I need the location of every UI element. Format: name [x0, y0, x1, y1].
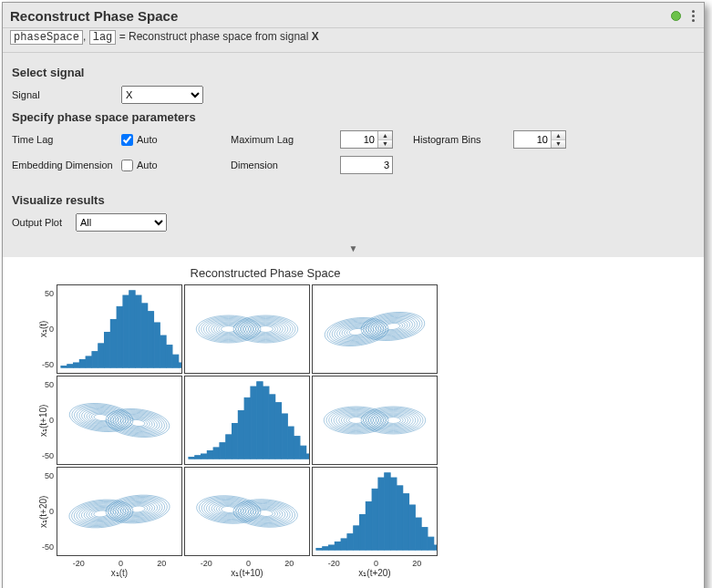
- svg-rect-8: [110, 319, 116, 367]
- svg-rect-94: [238, 410, 243, 459]
- hist-bins-input[interactable]: [514, 131, 551, 148]
- svg-point-38: [199, 316, 258, 342]
- svg-rect-14: [148, 312, 153, 368]
- svg-rect-1: [67, 365, 73, 368]
- parameters-form: Select signal Signal X Specify phase spa…: [3, 53, 704, 242]
- svg-rect-104: [300, 446, 305, 459]
- svg-rect-181: [372, 489, 377, 550]
- time-lag-auto-checkbox[interactable]: [121, 134, 133, 146]
- x-axis-label: -20020x₁(t): [56, 557, 183, 584]
- max-lag-input-wrap: ▲ ▼: [340, 130, 393, 149]
- collapse-toggle-icon[interactable]: ▼: [3, 242, 704, 257]
- max-lag-input[interactable]: [341, 131, 377, 148]
- svg-rect-5: [92, 352, 98, 368]
- label-auto-1: Auto: [137, 134, 158, 145]
- attractor-cell: 500-50: [57, 467, 182, 556]
- x-axis-label: -20020x₁(t+10): [183, 557, 311, 584]
- output-var-1: phaseSpace: [10, 30, 83, 45]
- svg-rect-182: [378, 478, 384, 550]
- hist-bins-step-down[interactable]: ▼: [552, 140, 565, 149]
- svg-rect-15: [154, 323, 160, 367]
- svg-rect-17: [167, 346, 172, 368]
- output-plot-select[interactable]: All: [76, 213, 167, 232]
- label-hist-bins: Histogram Bins: [413, 134, 513, 145]
- svg-point-124: [326, 407, 386, 433]
- svg-rect-92: [226, 435, 232, 459]
- scatter-matrix: x₁(t)500-50x₁(t+10)500-50x₁(t+20)500-50-…: [30, 284, 459, 584]
- svg-rect-99: [269, 395, 274, 459]
- svg-rect-176: [341, 539, 346, 550]
- svg-rect-185: [397, 486, 402, 550]
- svg-rect-177: [347, 534, 353, 551]
- svg-point-147: [106, 493, 170, 525]
- svg-rect-178: [354, 526, 359, 550]
- svg-rect-174: [329, 545, 335, 550]
- svg-point-144: [71, 499, 130, 528]
- svg-rect-19: [179, 363, 181, 367]
- embed-dim-auto-checkbox[interactable]: [121, 160, 133, 171]
- panel-header: Reconstruct Phase Space: [3, 3, 704, 28]
- svg-rect-173: [323, 547, 328, 551]
- svg-point-52: [335, 321, 378, 343]
- svg-rect-2: [74, 363, 79, 367]
- svg-rect-93: [232, 424, 238, 459]
- attractor-cell: [312, 284, 438, 374]
- svg-rect-97: [257, 382, 263, 459]
- svg-point-75: [116, 412, 160, 434]
- svg-rect-190: [428, 537, 433, 550]
- svg-rect-88: [201, 454, 207, 459]
- svg-rect-16: [160, 335, 166, 367]
- svg-rect-89: [207, 450, 212, 459]
- svg-rect-9: [117, 306, 122, 367]
- svg-point-125: [364, 407, 423, 433]
- svg-rect-11: [129, 291, 135, 367]
- svg-point-134: [85, 506, 118, 522]
- svg-point-39: [236, 316, 295, 342]
- svg-rect-87: [195, 456, 201, 459]
- output-var-2: lag: [89, 30, 117, 45]
- svg-rect-91: [220, 443, 225, 459]
- more-menu-icon[interactable]: [690, 8, 697, 24]
- label-embed-dim: Embedding Dimension: [12, 160, 121, 170]
- hist-bins-step-up[interactable]: ▲: [552, 131, 565, 140]
- svg-rect-105: [306, 454, 309, 459]
- svg-point-74: [79, 407, 123, 428]
- svg-rect-102: [288, 427, 294, 459]
- svg-rect-4: [86, 356, 91, 367]
- svg-point-151: [257, 510, 273, 517]
- svg-rect-10: [123, 295, 129, 367]
- svg-rect-86: [189, 457, 194, 459]
- max-lag-step-down[interactable]: ▼: [378, 140, 392, 149]
- svg-rect-175: [335, 542, 340, 550]
- svg-rect-103: [294, 437, 300, 459]
- svg-rect-184: [391, 478, 397, 550]
- svg-rect-18: [172, 355, 178, 367]
- svg-rect-3: [79, 359, 85, 367]
- section-phase-params: Specify phase space parameters: [12, 110, 695, 124]
- section-visualize: Visualize results: [12, 193, 695, 207]
- chart-title: Reconstructed Phase Space: [65, 266, 466, 280]
- dimension-input[interactable]: [340, 156, 393, 174]
- label-output-plot: Output Plot: [12, 217, 76, 228]
- svg-point-146: [68, 498, 133, 530]
- label-dimension: Dimension: [231, 160, 340, 170]
- max-lag-step-up[interactable]: ▲: [378, 131, 392, 140]
- svg-rect-7: [105, 333, 110, 368]
- svg-rect-100: [275, 403, 281, 459]
- y-ticks: 500-50: [34, 285, 56, 373]
- syntax-hint: phaseSpace, lag = Reconstruct phase spac…: [3, 28, 704, 53]
- signal-select[interactable]: X: [121, 86, 203, 104]
- chart-area: Reconstructed Phase Space x₁(t)500-50x₁(…: [3, 257, 704, 588]
- svg-rect-6: [98, 344, 104, 367]
- svg-rect-186: [403, 494, 408, 551]
- label-signal: Signal: [12, 89, 121, 100]
- label-auto-2: Auto: [137, 160, 158, 170]
- svg-point-119: [371, 411, 416, 430]
- svg-rect-180: [366, 501, 371, 550]
- svg-rect-0: [61, 366, 67, 367]
- y-ticks: 500-50: [34, 377, 56, 464]
- svg-rect-12: [136, 295, 141, 367]
- svg-rect-96: [251, 387, 256, 459]
- svg-point-150: [221, 506, 237, 513]
- svg-rect-187: [409, 505, 415, 550]
